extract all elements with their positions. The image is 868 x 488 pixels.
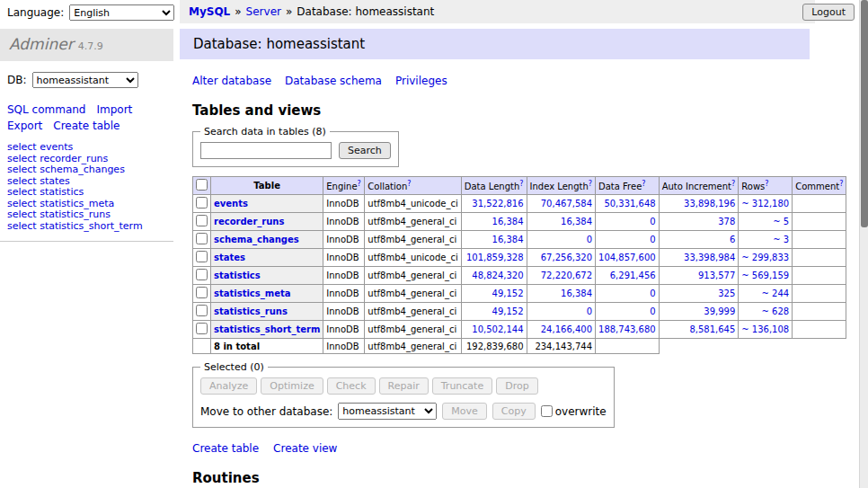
row-checkbox[interactable] — [196, 269, 208, 280]
alter-database-link[interactable]: Alter database — [192, 75, 271, 87]
table-total-row: 8 in total InnoDB utf8mb4_general_ci 192… — [193, 339, 846, 354]
database-schema-link[interactable]: Database schema — [285, 75, 382, 87]
row-checkbox[interactable] — [196, 305, 208, 316]
search-input[interactable] — [200, 142, 332, 159]
analyze-button[interactable]: Analyze — [200, 377, 257, 395]
rows-count-link[interactable]: ~ 299,833 — [741, 253, 789, 262]
table-row: statistics_short_term InnoDB utf8mb4_gen… — [193, 321, 846, 339]
optimize-button[interactable]: Optimize — [261, 377, 323, 395]
rows-count-link[interactable]: ~ 244 — [762, 288, 790, 298]
breadcrumb-separator: » — [286, 5, 292, 18]
table-row: states InnoDB utf8mb4_unicode_ci 101,859… — [193, 249, 846, 267]
table-link[interactable]: states — [214, 253, 245, 262]
table-link[interactable]: statistics — [214, 271, 261, 280]
create-view-link[interactable]: Create view — [273, 442, 337, 455]
table-link[interactable]: statistics_meta — [214, 288, 290, 298]
breadcrumb-driver-link[interactable]: MySQL — [189, 5, 230, 18]
help-icon[interactable]: ? — [642, 180, 645, 188]
selected-legend: Selected (0) — [200, 361, 268, 373]
logout-button[interactable]: Logout — [802, 4, 855, 21]
help-icon[interactable]: ? — [589, 180, 592, 188]
search-button[interactable]: Search — [339, 142, 391, 159]
language-select[interactable]: English — [69, 4, 174, 21]
collation-cell: utf8mb4_unicode_ci — [365, 195, 461, 213]
help-icon[interactable]: ? — [765, 180, 768, 188]
sidebar-item-select-events[interactable]: select events — [7, 142, 166, 154]
sidebar-item-select-schema-changes[interactable]: select schema_changes — [7, 164, 166, 176]
import-link[interactable]: Import — [96, 103, 132, 116]
help-icon[interactable]: ? — [839, 180, 843, 188]
index-length-cell: 70,467,584 — [527, 195, 595, 213]
rows-count-cell: ~ 628 — [739, 303, 793, 321]
table-link[interactable]: events — [214, 199, 248, 209]
rows-count-link[interactable]: ~ 5 — [773, 217, 789, 226]
export-link[interactable]: Export — [7, 120, 42, 132]
breadcrumb-server-link[interactable]: Server — [246, 5, 281, 18]
data-free-cell: 104,857,600 — [596, 249, 660, 267]
help-icon[interactable]: ? — [358, 180, 361, 188]
db-select[interactable]: homeassistant — [32, 72, 138, 88]
rows-count-link[interactable]: ~ 628 — [762, 306, 790, 316]
database-nav: Alter database Database schema Privilege… — [192, 75, 863, 87]
privileges-link[interactable]: Privileges — [395, 75, 447, 87]
rows-count-link[interactable]: ~ 136,108 — [741, 324, 789, 334]
table-link[interactable]: schema_changes — [214, 235, 299, 244]
scrollbar-thumb[interactable] — [861, 0, 868, 227]
drop-button[interactable]: Drop — [496, 377, 537, 395]
col-header-comment: Comment? — [793, 177, 846, 195]
help-icon[interactable]: ? — [731, 180, 735, 188]
rows-count-cell: ~ 312,180 — [739, 195, 793, 213]
check-button[interactable]: Check — [327, 377, 376, 395]
row-checkbox[interactable] — [196, 233, 208, 244]
row-checkbox[interactable] — [196, 251, 208, 262]
comment-cell — [793, 303, 846, 321]
search-fieldset: Search data in tables (8) Search — [192, 126, 399, 167]
total-label: 8 in total — [211, 339, 323, 354]
row-checkbox[interactable] — [196, 287, 208, 298]
auto-increment-cell: 39,999 — [659, 303, 739, 321]
move-button[interactable]: Move — [442, 403, 487, 420]
index-length-cell: 0 — [527, 303, 595, 321]
truncate-button[interactable]: Truncate — [432, 377, 492, 395]
table-link[interactable]: statistics_runs — [214, 306, 288, 316]
create-table-link[interactable]: Create table — [53, 120, 120, 132]
overwrite-checkbox[interactable] — [541, 405, 553, 417]
comment-cell — [793, 285, 846, 303]
col-header-data-length: Data Length? — [461, 177, 527, 195]
index-length-cell: 16,384 — [527, 285, 595, 303]
create-table-bottom-link[interactable]: Create table — [192, 442, 259, 455]
help-icon[interactable]: ? — [407, 180, 411, 188]
col-header-index-length: Index Length? — [527, 177, 595, 195]
data-free-cell: 0 — [596, 213, 660, 231]
sidebar-item-select-statistics-short-term[interactable]: select statistics_short_term — [7, 221, 166, 233]
rows-count-link[interactable]: ~ 569,159 — [741, 271, 789, 280]
sidebar-item-select-statistics[interactable]: select statistics — [7, 187, 166, 199]
rows-count-link[interactable]: ~ 3 — [773, 235, 789, 244]
app-name: Adminer — [9, 35, 74, 53]
select-all-checkbox[interactable] — [196, 179, 208, 191]
engine-cell: InnoDB — [323, 249, 365, 267]
row-checkbox[interactable] — [196, 197, 208, 209]
sql-command-link[interactable]: SQL command — [7, 103, 85, 116]
data-free-cell: 0 — [596, 303, 660, 321]
engine-cell: InnoDB — [323, 195, 365, 213]
row-checkbox[interactable] — [196, 215, 208, 226]
table-link[interactable]: statistics_short_term — [214, 324, 320, 334]
copy-button[interactable]: Copy — [492, 403, 536, 420]
sidebar-item-select-statistics-runs[interactable]: select statistics_runs — [7, 209, 166, 221]
data-free-cell: 50,331,648 — [596, 195, 660, 213]
scrollbar[interactable] — [859, 0, 868, 488]
total-data-length: 192,839,680 — [461, 339, 527, 354]
move-db-select[interactable]: homeassistant — [338, 403, 437, 420]
data-length-cell: 31,522,816 — [461, 195, 527, 213]
help-icon[interactable]: ? — [519, 180, 523, 188]
table-link[interactable]: recorder_runs — [214, 217, 284, 226]
overwrite-label[interactable]: overwrite — [555, 405, 607, 418]
row-checkbox[interactable] — [196, 323, 208, 334]
repair-button[interactable]: Repair — [379, 377, 429, 395]
rows-count-link[interactable]: ~ 312,180 — [741, 199, 789, 209]
collation-cell: utf8mb4_general_ci — [365, 267, 461, 285]
comment-cell — [793, 213, 846, 231]
table-row: statistics InnoDB utf8mb4_general_ci 48,… — [193, 267, 846, 285]
rows-count-cell: ~ 3 — [739, 231, 793, 249]
